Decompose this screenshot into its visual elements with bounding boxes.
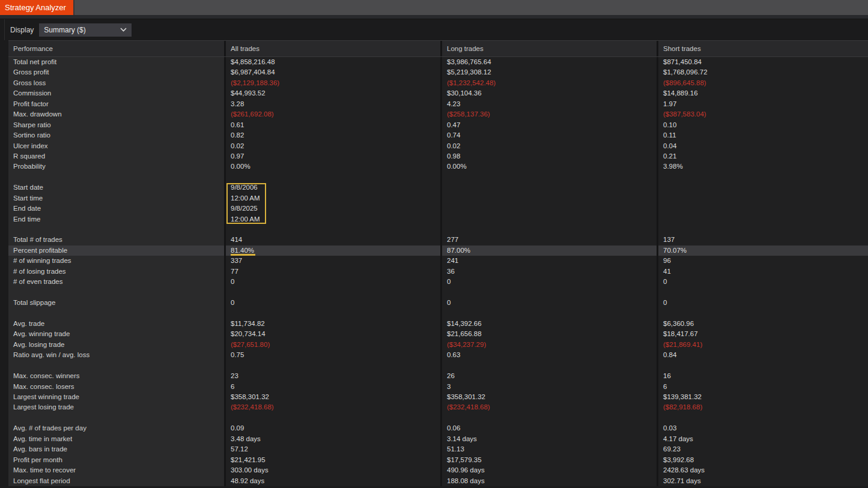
cell-long-trades: 0.02	[440, 141, 657, 151]
cell-short-trades: ($21,869.41)	[657, 340, 868, 350]
cell-performance-label	[8, 413, 224, 423]
cell-short-trades: 137	[657, 235, 868, 245]
display-dropdown[interactable]: Summary ($)	[39, 23, 132, 37]
column-header-long-trades[interactable]: Long trades	[440, 41, 657, 56]
table-row[interactable]: Longest flat period48.92 days188.08 days…	[8, 476, 868, 486]
cell-long-trades: 490.96 days	[440, 465, 657, 475]
table-row[interactable]: Gross loss($2,129,188.36)($1,232,542.48)…	[8, 78, 868, 88]
cell-performance-label: Max. consec. winners	[8, 371, 224, 381]
table-row[interactable]: Avg. bars in trade57.1251.1369.23	[8, 444, 868, 454]
table-row[interactable]: # of even trades000	[8, 277, 868, 287]
cell-performance-label	[8, 288, 224, 298]
cell-long-trades: ($258,137.36)	[440, 109, 657, 119]
cell-performance-label: Start time	[8, 193, 224, 203]
cell-long-trades	[440, 182, 657, 193]
cell-all-trades-boxed: 9/8/2025	[224, 203, 440, 214]
table-row[interactable]: Max. drawdown($261,692.08)($258,137.36)(…	[8, 109, 868, 119]
table-row[interactable]: Avg. winning trade$20,734.14$21,656.88$1…	[8, 329, 868, 339]
tab-title: Strategy Analyzer	[5, 3, 66, 12]
cell-performance-label: Sharpe ratio	[8, 120, 224, 130]
table-row[interactable]: Largest losing trade($232,418.68)($232,4…	[8, 402, 868, 412]
cell-short-trades: 0	[657, 277, 868, 287]
tab-bar: Strategy Analyzer	[0, 0, 868, 15]
cell-performance-label: Largest winning trade	[8, 392, 224, 402]
table-row[interactable]: Avg. time in market3.48 days3.14 days4.1…	[8, 434, 868, 444]
cell-all-trades: ($27,651.80)	[224, 340, 440, 350]
cell-short-trades: $6,360.96	[657, 319, 868, 329]
table-row[interactable]: Max. time to recover303.00 days490.96 da…	[8, 465, 868, 475]
table-row[interactable]: Avg. losing trade($27,651.80)($34,237.29…	[8, 340, 868, 350]
cell-long-trades	[440, 214, 657, 224]
cell-short-trades: $1,768,096.72	[657, 67, 868, 77]
table-row[interactable]: Probability0.00%0.00%3.98%	[8, 161, 868, 172]
cell-short-trades: 0.03	[657, 423, 868, 433]
cell-short-trades: $18,417.67	[657, 329, 868, 339]
cell-all-trades: 3.48 days	[224, 434, 440, 444]
table-row[interactable]: Profit factor3.284.231.97	[8, 99, 868, 109]
table-row[interactable]: Start date9/8/2006	[8, 182, 868, 193]
column-header-short-trades[interactable]: Short trades	[657, 41, 868, 56]
table-row[interactable]: Avg. trade$11,734.82$14,392.66$6,360.96	[8, 319, 868, 329]
cell-performance-label: # of winning trades	[8, 256, 224, 266]
cell-performance-label: Probability	[8, 161, 224, 172]
cell-long-trades: 3.14 days	[440, 434, 657, 444]
cell-performance-label: Largest losing trade	[8, 402, 224, 412]
cell-performance-label: # of losing trades	[8, 267, 224, 277]
cell-short-trades	[657, 288, 868, 298]
cell-short-trades: ($82,918.68)	[657, 402, 868, 412]
table-row[interactable]: Commission$44,993.52$30,104.36$14,889.16	[8, 88, 868, 98]
cell-short-trades: ($896,645.88)	[657, 78, 868, 88]
cell-short-trades: 2428.63 days	[657, 465, 868, 475]
table-row[interactable]: Ulcer index0.020.020.04	[8, 141, 868, 151]
cell-long-trades: 0.00%	[440, 161, 657, 172]
cell-short-trades: 1.97	[657, 99, 868, 109]
cell-all-trades	[224, 172, 440, 182]
cell-performance-label: Max. time to recover	[8, 465, 224, 475]
table-row[interactable]: Max. consec. losers636	[8, 382, 868, 392]
table-row[interactable]: End time12:00 AM	[8, 214, 868, 224]
cell-performance-label: Total slippage	[8, 298, 224, 308]
cell-all-trades: $6,987,404.84	[224, 67, 440, 77]
table-row[interactable]: Profit per month$21,421.95$17,579.35$3,9…	[8, 455, 868, 465]
table-row[interactable]: Max. consec. winners232616	[8, 371, 868, 381]
table-row[interactable]: Total slippage000	[8, 298, 868, 308]
table-row[interactable]: Total net profit$4,858,216.48$3,986,765.…	[8, 57, 868, 67]
cell-long-trades	[440, 224, 657, 235]
cell-all-trades: 414	[224, 235, 440, 245]
cell-short-trades	[657, 361, 868, 371]
cell-all-trades: 303.00 days	[224, 465, 440, 475]
table-row[interactable]: Total # of trades414277137	[8, 235, 868, 245]
table-row[interactable]: # of losing trades773641	[8, 267, 868, 277]
cell-short-trades	[657, 172, 868, 182]
cell-short-trades: $871,450.84	[657, 57, 868, 67]
cell-performance-label	[8, 309, 224, 319]
cell-all-trades: $21,421.95	[224, 455, 440, 465]
table-row[interactable]: Avg. # of trades per day0.090.060.03	[8, 423, 868, 433]
cell-all-trades: 0.09	[224, 423, 440, 433]
table-row[interactable]: Start time12:00 AM	[8, 193, 868, 203]
cell-all-trades	[224, 288, 440, 298]
table-spacer-row	[8, 309, 868, 319]
cell-all-trades: ($2,129,188.36)	[224, 78, 440, 88]
table-row[interactable]: Percent profitable81.40%87.00%70.07%	[8, 246, 868, 256]
table-row[interactable]: End date9/8/2025	[8, 203, 868, 214]
chevron-down-icon	[120, 28, 127, 32]
table-row[interactable]: # of winning trades33724196	[8, 256, 868, 266]
cell-performance-label: Avg. bars in trade	[8, 444, 224, 454]
table-row[interactable]: Sharpe ratio0.610.470.10	[8, 120, 868, 130]
cell-long-trades: $5,219,308.12	[440, 67, 657, 77]
table-row[interactable]: R squared0.970.980.21	[8, 151, 868, 161]
column-header-performance[interactable]: Performance	[8, 41, 224, 56]
cell-short-trades	[657, 413, 868, 423]
table-row[interactable]: Sortino ratio0.820.740.11	[8, 130, 868, 140]
tab-strategy-analyzer[interactable]: Strategy Analyzer	[0, 0, 73, 15]
table-row[interactable]: Largest winning trade$358,301.32$358,301…	[8, 392, 868, 402]
cell-long-trades: $21,656.88	[440, 329, 657, 339]
cell-long-trades	[440, 288, 657, 298]
table-row[interactable]: Ratio avg. win / avg. loss0.750.630.84	[8, 350, 868, 360]
cell-short-trades: ($387,583.04)	[657, 109, 868, 119]
table-spacer-row	[8, 224, 868, 235]
cell-short-trades: 0.04	[657, 141, 868, 151]
column-header-all-trades[interactable]: All trades	[224, 41, 440, 56]
table-row[interactable]: Gross profit$6,987,404.84$5,219,308.12$1…	[8, 67, 868, 77]
